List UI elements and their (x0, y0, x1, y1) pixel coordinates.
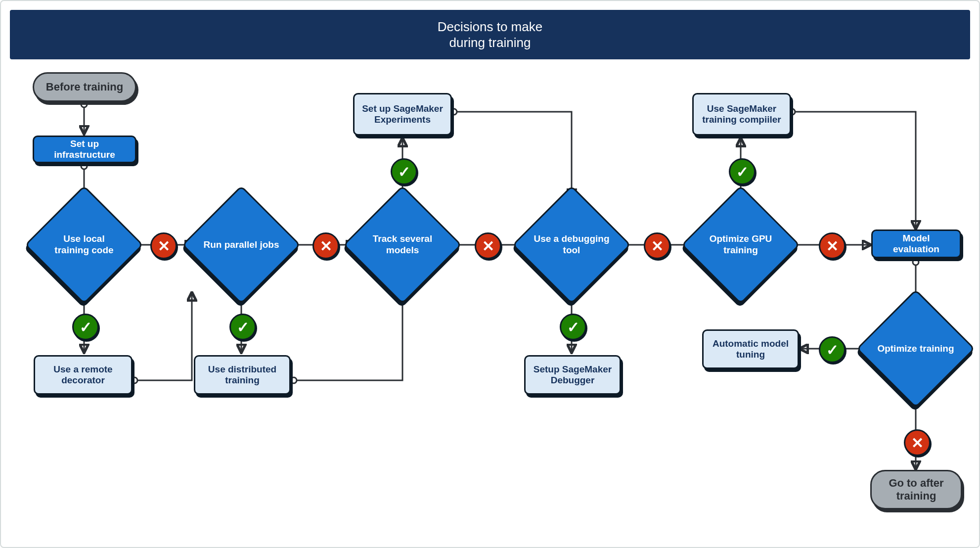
title-line2: during training (10, 35, 970, 51)
action-set-up-sagemaker-experiments: Set up SageMaker Experiments (353, 93, 452, 136)
decision-optimize-training: Optimize training (874, 307, 958, 391)
connector-layer (1, 1, 980, 548)
title-line1: Decisions to make (10, 19, 970, 35)
no-icon: ✕ (819, 232, 846, 259)
action-use-remote-decorator: Use a remote decorator (34, 355, 133, 395)
yes-icon: ✓ (560, 314, 586, 340)
svg-point-0 (81, 101, 87, 107)
no-icon: ✕ (904, 429, 931, 456)
no-icon: ✕ (312, 232, 339, 259)
no-icon: ✕ (150, 232, 177, 259)
yes-icon: ✓ (819, 336, 846, 363)
yes-icon: ✓ (72, 314, 99, 340)
decision-track-several-models: Track several models (360, 203, 445, 287)
yes-icon: ✓ (391, 158, 417, 185)
svg-point-13 (291, 377, 297, 383)
action-use-distributed-training: Use distributed training (194, 355, 291, 395)
svg-point-28 (913, 259, 919, 265)
decision-use-debugging-tool: Use a debugging tool (530, 203, 614, 287)
decision-optimize-gpu-training: Optimize GPU training (699, 203, 783, 287)
terminator-after-training: Go to after training (870, 470, 962, 509)
diagram-title-banner: Decisions to make during training (10, 10, 970, 59)
action-automatic-model-tuning: Automatic model tuning (702, 329, 799, 369)
no-icon: ✕ (475, 232, 501, 259)
yes-icon: ✓ (229, 314, 256, 340)
action-use-sagemaker-training-compiler: Use SageMaker training compiiler (692, 93, 791, 136)
decision-use-local-training-code: Use local training code (42, 203, 126, 287)
process-model-evaluation: Model evaluation (871, 229, 961, 258)
action-setup-sagemaker-debugger: Setup SageMaker Debugger (524, 355, 621, 395)
terminator-before-training: Before training (33, 72, 136, 102)
no-icon: ✕ (644, 232, 670, 259)
decision-run-parallel-jobs: Run parallel jobs (199, 203, 283, 287)
svg-point-2 (81, 163, 87, 169)
process-set-up-infrastructure: Set up infrastructure (33, 136, 136, 163)
yes-icon: ✓ (729, 158, 756, 185)
